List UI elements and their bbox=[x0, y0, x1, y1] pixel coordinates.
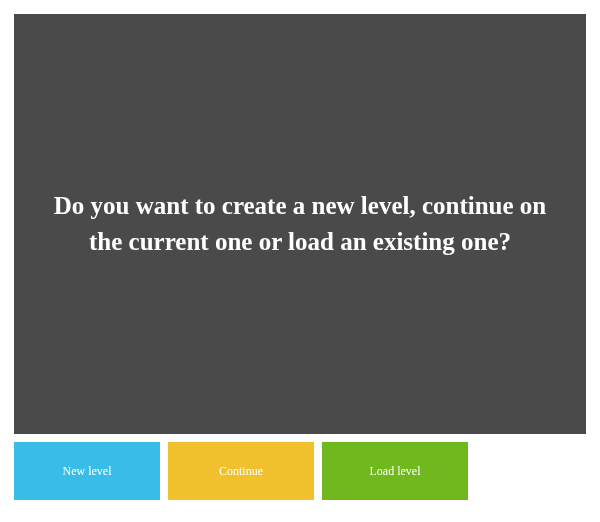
dialog-message: Do you want to create a new level, conti… bbox=[50, 188, 550, 261]
level-dialog: Do you want to create a new level, conti… bbox=[14, 14, 586, 500]
load-level-button[interactable]: Load level bbox=[322, 442, 468, 500]
button-row: New level Continue Load level bbox=[14, 442, 586, 500]
dialog-panel: Do you want to create a new level, conti… bbox=[14, 14, 586, 434]
new-level-button[interactable]: New level bbox=[14, 442, 160, 500]
continue-button[interactable]: Continue bbox=[168, 442, 314, 500]
